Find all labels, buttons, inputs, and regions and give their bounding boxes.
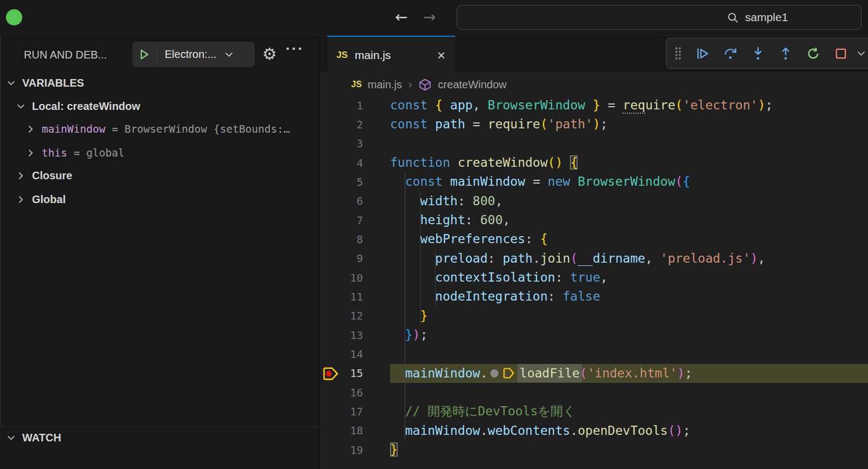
line-number[interactable]: 10 <box>320 271 390 284</box>
code-text: }); <box>390 325 427 344</box>
token: = <box>525 174 548 188</box>
breadcrumb-file[interactable]: main.js <box>368 79 402 91</box>
line-number[interactable]: 4 <box>320 157 390 170</box>
watch-section-header[interactable]: WATCH <box>7 432 61 444</box>
title-bar: ← → sample1 <box>0 0 868 36</box>
line-number[interactable]: 9 <box>320 252 390 265</box>
breakpoint-current-line-icon[interactable] <box>323 366 340 381</box>
variable-row-mainwindow[interactable]: mainWindow = BrowserWindow {setBounds:… <box>26 123 290 135</box>
token: ; <box>685 366 692 380</box>
token: new <box>548 174 578 188</box>
line-number[interactable]: 12 <box>320 309 390 322</box>
debug-restart-button[interactable] <box>806 46 821 61</box>
chevron-down-icon[interactable] <box>856 48 866 58</box>
chevron-right-icon[interactable] <box>26 148 35 158</box>
close-icon[interactable]: × <box>437 48 445 62</box>
symbol-namespace-icon <box>418 78 432 92</box>
search-value: sample1 <box>745 11 788 24</box>
line-number[interactable]: 7 <box>320 214 390 227</box>
debug-continue-button[interactable] <box>695 46 710 61</box>
token: , <box>503 213 510 227</box>
debug-step-over-button[interactable] <box>723 46 738 61</box>
code-line: 9 preload: path.join(__dirname, 'preload… <box>320 249 868 268</box>
token: , <box>645 251 660 265</box>
token: { <box>683 174 690 188</box>
line-number[interactable]: 19 <box>320 444 390 457</box>
token: const <box>405 174 450 188</box>
debug-step-into-button[interactable] <box>750 46 766 61</box>
launch-config-dropdown[interactable]: Electron:... <box>132 42 255 67</box>
play-icon[interactable] <box>138 48 151 61</box>
token: ) <box>758 98 766 112</box>
chevron-down-icon <box>7 79 16 88</box>
drag-grip-icon[interactable] <box>673 46 683 61</box>
token: ; <box>683 424 690 438</box>
command-center-search[interactable]: sample1 <box>457 5 861 30</box>
code-line: 10 contextIsolation: true, <box>320 268 868 287</box>
scope-global[interactable]: Global <box>16 193 66 206</box>
variables-section-header[interactable]: VARIABLES <box>7 77 84 89</box>
traffic-light-green[interactable] <box>6 9 22 25</box>
token: { <box>435 98 443 112</box>
token: ) <box>555 155 563 170</box>
breadcrumb-symbol[interactable]: createWindow <box>438 79 507 91</box>
token: createWindow <box>458 155 548 170</box>
line-number[interactable]: 1 <box>320 99 390 112</box>
chevron-right-icon[interactable] <box>26 125 35 134</box>
code-line: 18 mainWindow.webContents.openDevTools()… <box>320 421 868 440</box>
token: webPreferences <box>420 232 525 246</box>
token <box>390 328 405 342</box>
tab-main-js[interactable]: JS main.js × <box>327 36 455 73</box>
token: : <box>548 289 563 303</box>
token: = <box>600 98 623 112</box>
variable-row-this[interactable]: this = global <box>26 147 125 159</box>
line-number[interactable]: 16 <box>320 386 390 399</box>
line-number[interactable]: 11 <box>320 290 390 303</box>
line-number[interactable]: 3 <box>320 137 390 150</box>
token: ( <box>675 174 683 188</box>
token: 'electron' <box>683 98 757 112</box>
line-number[interactable]: 17 <box>320 405 390 418</box>
line-number[interactable]: 2 <box>320 118 390 131</box>
code-line: 14 <box>320 344 868 363</box>
token <box>585 98 593 112</box>
line-number[interactable]: 18 <box>320 424 390 437</box>
line-number[interactable]: 6 <box>320 194 390 207</box>
token: : <box>465 213 480 227</box>
token: } <box>593 98 600 112</box>
token: BrowserWindow <box>488 98 585 112</box>
more-actions-icon[interactable]: ··· <box>286 40 304 57</box>
token: . <box>480 424 488 438</box>
code-line-current: 15 mainWindow.loadFile('index.html'); <box>320 364 868 383</box>
inline-debug-marker-icon[interactable] <box>503 367 515 380</box>
code-text: // 開発時にDevToolsを開く <box>390 402 576 421</box>
code-text: } <box>390 307 427 325</box>
line-number[interactable]: 14 <box>320 348 390 361</box>
line-number[interactable]: 8 <box>320 233 390 246</box>
line-number[interactable]: 5 <box>320 175 390 188</box>
scope-closure[interactable]: Closure <box>16 170 72 182</box>
history-forward-button[interactable]: → <box>423 5 436 29</box>
sidebar-editor-divider[interactable] <box>319 36 320 469</box>
code-area[interactable]: 1const { app, BrowserWindow } = require(… <box>320 96 868 469</box>
code-line: 1const { app, BrowserWindow } = require(… <box>320 96 868 115</box>
code-line: 16 <box>320 383 868 402</box>
debug-step-out-button[interactable] <box>778 46 793 61</box>
inline-breakpoint-dot[interactable] <box>490 369 498 377</box>
token: 'path' <box>548 117 593 131</box>
scope-local-createwindow[interactable]: Local: createWindow <box>16 100 140 113</box>
token: mainWindow <box>450 174 525 188</box>
token <box>390 251 435 265</box>
chevron-right-icon <box>16 171 25 180</box>
code-line: 19} <box>320 440 868 459</box>
code-line: 2const path = require('path'); <box>320 115 868 134</box>
gear-icon[interactable]: ⚙ <box>262 44 277 63</box>
line-number[interactable]: 13 <box>320 329 390 342</box>
code-line: 5 const mainWindow = new BrowserWindow({ <box>320 172 868 191</box>
token: req <box>623 98 645 114</box>
search-icon <box>727 11 739 24</box>
token <box>390 174 405 188</box>
history-back-button[interactable]: ← <box>395 5 407 29</box>
debug-stop-button[interactable] <box>833 46 848 61</box>
token <box>390 366 405 380</box>
